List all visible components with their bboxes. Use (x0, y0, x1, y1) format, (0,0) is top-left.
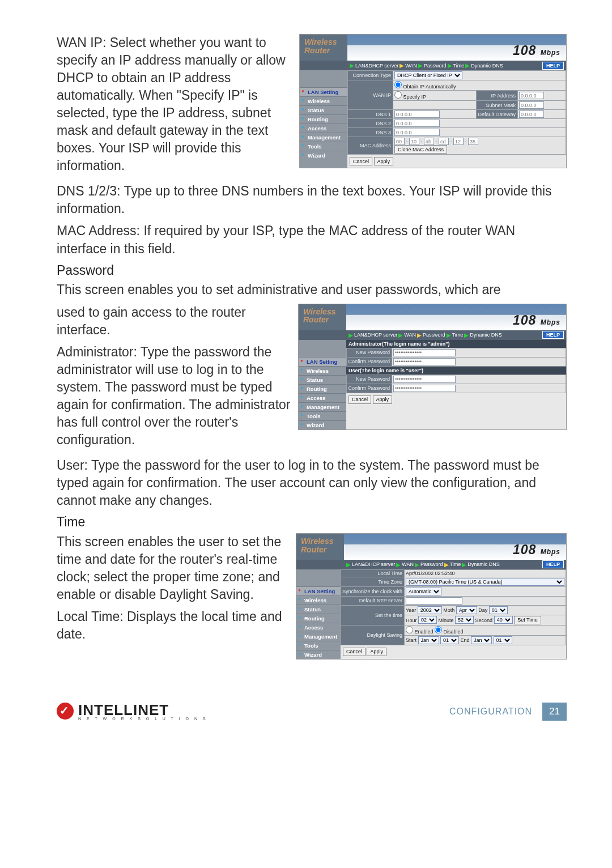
apply-button[interactable]: Apply (373, 395, 393, 404)
body-text: This screen enables you to set administr… (57, 281, 567, 299)
user-confirm-password[interactable] (393, 385, 456, 392)
ds-enabled-radio[interactable] (406, 626, 413, 633)
ds-start-month[interactable]: Jan (418, 636, 439, 644)
user-group: User(The login name is "user") (346, 367, 566, 375)
admin-group: Administrator(The login name is "admin") (346, 340, 566, 348)
help-button[interactable]: HELP (542, 62, 564, 70)
time-screenshot: WirelessRouter 108 Mbps ▶LAN&DHCP server… (296, 533, 567, 659)
password-screenshot: WirelessRouter 108 Mbps ▶LAN&DHCP server… (298, 304, 567, 430)
sync-select[interactable]: Automatic (406, 588, 441, 595)
conn-type-select[interactable]: DHCP Client or Fixed IP (394, 71, 462, 79)
ds-disabled-radio[interactable] (435, 626, 442, 633)
cancel-button[interactable]: Cancel (348, 395, 371, 404)
cancel-button[interactable]: Cancel (350, 157, 372, 165)
dns1-input[interactable] (394, 110, 440, 118)
hour-select[interactable]: 02 (418, 616, 437, 624)
ip-address-input[interactable] (519, 92, 544, 99)
local-time-value: Apr/01/2002 02:52:40 (405, 569, 566, 577)
user-new-password[interactable] (393, 376, 456, 383)
dns3-input[interactable] (394, 129, 440, 136)
admin-confirm-password[interactable] (393, 358, 456, 365)
mac-2[interactable] (409, 138, 419, 145)
second-select[interactable]: 40 (494, 616, 513, 624)
day-select[interactable]: 01 (489, 606, 508, 614)
specify-ip-radio[interactable] (394, 91, 402, 99)
breadcrumb: ▶LAN&DHCP server ▶WAN ▶Password ▶Time ▶D… (347, 62, 542, 69)
obtain-ip-radio[interactable] (394, 81, 402, 88)
mac-1[interactable] (394, 138, 405, 145)
sidebar: LAN Setting Wireless Status Routing Acce… (300, 70, 347, 168)
help-button[interactable]: HELP (542, 331, 564, 339)
help-button[interactable]: HELP (542, 560, 564, 568)
subnet-mask-input[interactable] (519, 101, 544, 109)
body-text: DNS 1/2/3: Type up to three DNS numbers … (57, 182, 567, 218)
page-footer: CONFIGURATION 21 (449, 703, 567, 721)
sidebar-item-status[interactable]: Status (300, 105, 347, 114)
body-text: MAC Address: If required by your ISP, ty… (57, 222, 567, 257)
mac-6[interactable] (468, 138, 478, 145)
mac-5[interactable] (453, 138, 464, 145)
month-select[interactable]: Apr (456, 606, 477, 614)
dns2-input[interactable] (394, 120, 440, 127)
wan-screenshot: WirelessRouter 108 Mbps ▶LAN&DHCP server… (299, 34, 567, 168)
mac-3[interactable] (424, 138, 434, 145)
banner: 108 Mbps (347, 35, 566, 61)
sidebar-item-tools[interactable]: Tools (300, 142, 347, 151)
mac-4[interactable] (439, 138, 449, 145)
set-time-button[interactable]: Set Time (514, 616, 541, 624)
sidebar-item-lan[interactable]: LAN Setting (300, 87, 347, 96)
wanip-label: WAN IP (348, 80, 393, 110)
cancel-button[interactable]: Cancel (343, 648, 366, 656)
ds-end-day[interactable]: 01 (494, 636, 512, 644)
sidebar-item-routing[interactable]: Routing (300, 114, 347, 124)
brand-footer: INTELLINET N E T W O R K S O L U T I O N… (57, 701, 208, 721)
body-text: User: Type the password for the user to … (57, 457, 567, 509)
timezone-select[interactable]: (GMT-08:00) Pacific Time (US & Canada) (406, 578, 564, 586)
sidebar-item-access[interactable]: Access (300, 124, 347, 133)
ds-end-month[interactable]: Jan (471, 636, 492, 644)
conn-type-label: Connection Type (348, 71, 393, 80)
router-brand: WirelessRouter (300, 35, 347, 61)
password-heading: Password (57, 262, 567, 279)
ntp-input[interactable] (406, 597, 462, 605)
time-heading: Time (57, 514, 567, 531)
sidebar-item-wireless[interactable]: Wireless (300, 96, 347, 105)
clone-mac-button[interactable]: Clone MAC Address (394, 145, 447, 154)
apply-button[interactable]: Apply (374, 157, 394, 165)
ds-start-day[interactable]: 01 (440, 636, 459, 644)
minute-select[interactable]: 52 (455, 616, 474, 624)
apply-button[interactable]: Apply (367, 648, 386, 656)
admin-new-password[interactable] (393, 349, 456, 356)
year-select[interactable]: 2002 (418, 606, 442, 614)
sidebar-item-wizard[interactable]: Wizard (300, 151, 347, 160)
page-number: 21 (542, 703, 567, 721)
gateway-input[interactable] (519, 110, 544, 118)
sidebar-item-management[interactable]: Management (300, 133, 347, 142)
intellinet-logo-icon (57, 703, 74, 720)
